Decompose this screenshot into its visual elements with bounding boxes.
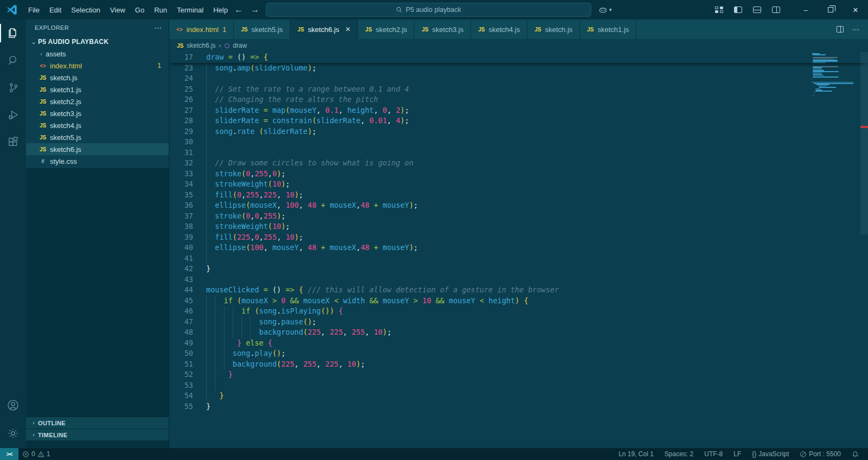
code-line-49[interactable]: 49 } else { [169,338,868,349]
eol-setting[interactable]: LF [730,450,745,458]
file-item-index.html[interactable]: <>index.html1 [26,60,169,72]
code-editor[interactable]: 17draw = () => { 23 song.amp(sliderVolum… [169,52,868,448]
line-number[interactable]: 36 [169,200,206,211]
code-line-43[interactable]: 43 [169,274,868,285]
extensions-icon[interactable] [0,128,26,155]
line-number[interactable]: 42 [169,264,206,274]
line-number[interactable]: 50 [169,348,206,359]
back-arrow-icon[interactable]: ← [234,5,243,15]
toggle-panel-icon[interactable] [753,7,761,13]
line-number[interactable]: 43 [169,274,206,285]
minimap[interactable] [812,53,859,97]
menu-run[interactable]: Run [149,0,172,20]
tab-sketch1.js[interactable]: JSsketch1.js [580,20,636,39]
menu-file[interactable]: File [23,0,44,20]
indentation-setting[interactable]: Spaces: 2 [661,450,697,458]
code-line-29[interactable]: 29 song.rate (sliderRate); [169,126,868,137]
line-number[interactable]: 44 [169,285,206,296]
line-number[interactable]: 28 [169,116,206,126]
code-line-32[interactable]: 32 // Draw some circles to show what is … [169,158,868,169]
split-editor-icon[interactable] [837,26,844,33]
line-number[interactable]: 54 [169,391,206,401]
code-line-42[interactable]: 42} [169,264,868,274]
tab-sketch2.js[interactable]: JSsketch2.js [358,20,414,39]
tab-index.html[interactable]: <>index.html1 [169,20,234,39]
timeline-section[interactable]: › TIMELINE [26,429,169,440]
toggle-sidebar-icon[interactable] [734,7,742,13]
menu-selection[interactable]: Selection [66,0,105,20]
code-line-40[interactable]: 40 ellipse(100, mouseY, 48 + mouseX,48 +… [169,242,868,253]
code-line-31[interactable]: 31 [169,148,868,158]
line-number[interactable]: 47 [169,317,206,328]
line-number[interactable]: 53 [169,380,206,391]
code-line-39[interactable]: 39 fill(225,0,255, 10); [169,232,868,243]
code-line-46[interactable]: 46 if (song.isPlaying()) { [169,306,868,317]
line-number[interactable]: 26 [169,94,206,105]
line-number[interactable]: 29 [169,126,206,137]
account-icon[interactable] [0,392,26,419]
line-number[interactable]: 46 [169,306,206,317]
file-item-sketch4.js[interactable]: JSsketch4.js [26,119,169,131]
file-item-sketch2.js[interactable]: JSsketch2.js [26,95,169,107]
code-line-37[interactable]: 37 stroke(0,0,255); [169,211,868,222]
language-mode[interactable]: {} JavaScript [748,450,793,458]
line-number[interactable]: 32 [169,158,206,169]
menu-edit[interactable]: Edit [44,0,66,20]
code-line-53[interactable]: 53 [169,380,868,391]
code-line-44[interactable]: 44mouseClicked = () => { /// this will a… [169,285,868,296]
file-item-sketch5.js[interactable]: JSsketch5.js [26,131,169,143]
explorer-actions-icon[interactable]: ⋯ [155,24,162,32]
remote-indicator[interactable]: >< [0,448,18,460]
tab-sketch4.js[interactable]: JSsketch4.js [471,20,527,39]
code-line-51[interactable]: 51 background(225, 255, 225, 10); [169,359,868,370]
file-item-sketch3.js[interactable]: JSsketch3.js [26,107,169,119]
forward-arrow-icon[interactable]: → [251,5,259,15]
code-line-38[interactable]: 38 strokeWeight(10); [169,221,868,232]
outline-section[interactable]: › OUTLINE [26,417,169,429]
menu-terminal[interactable]: Terminal [172,0,208,20]
code-line-47[interactable]: 47 song.pause(); [169,317,868,328]
line-number[interactable]: 27 [169,105,206,116]
breadcrumb-symbol[interactable]: draw [233,42,247,49]
file-item-sketch.js[interactable]: JSsketch.js [26,72,169,84]
line-number[interactable]: 51 [169,359,206,370]
menu-view[interactable]: View [105,0,130,20]
file-item-style.css[interactable]: #style.css [26,155,169,167]
problems-indicator[interactable]: 0 1 [18,448,54,460]
code-line-55[interactable]: 55} [169,401,868,412]
line-number[interactable]: 34 [169,179,206,190]
line-number[interactable]: 40 [169,242,206,253]
code-line-24[interactable]: 24 [169,73,868,84]
tab-sketch.js[interactable]: JSsketch.js [527,20,580,39]
code-line-35[interactable]: 35 fill(0,255,225, 10); [169,190,868,201]
line-number[interactable]: 48 [169,327,206,338]
cursor-position[interactable]: Ln 19, Col 1 [615,450,658,458]
command-center-search[interactable]: P5 audio playback [266,3,591,17]
file-item-sketch6.js[interactable]: JSsketch6.js [26,143,169,155]
menu-go[interactable]: Go [130,0,149,20]
explorer-icon[interactable] [0,20,26,47]
code-line-41[interactable]: 41 [169,253,868,264]
toggle-secondary-sidebar-icon[interactable] [772,7,780,13]
notifications-bell[interactable] [848,451,863,458]
code-line-34[interactable]: 34 strokeWeight(10); [169,179,868,190]
breadcrumb-file[interactable]: sketch6.js [187,42,215,49]
line-number[interactable]: 33 [169,169,206,180]
tree-root-folder[interactable]: ⌄ P5 AUDIO PLAYBACK [26,36,169,48]
code-line-48[interactable]: 48 background(225, 225, 255, 10); [169,327,868,338]
customize-layout-icon[interactable] [715,7,723,13]
code-line-26[interactable]: 26 // Changing the rate alters the pitch [169,94,868,105]
tab-sketch3.js[interactable]: JSsketch3.js [414,20,471,39]
line-number[interactable]: 35 [169,190,206,201]
line-number[interactable]: 25 [169,84,206,95]
line-number[interactable]: 17 [169,52,206,63]
line-number[interactable]: 39 [169,232,206,243]
line-number[interactable]: 52 [169,369,206,380]
code-line-25[interactable]: 25 // Set the rate to a range between 0.… [169,84,868,95]
code-line-45[interactable]: 45 if (mouseX > 0 && mouseX < width && m… [169,296,868,306]
editor-more-actions-icon[interactable]: ⋯ [852,25,859,34]
search-panel-icon[interactable] [0,47,26,74]
run-debug-icon[interactable] [0,101,26,128]
settings-gear-icon[interactable] [0,419,26,448]
file-item-assets[interactable]: ›assets [26,48,169,60]
